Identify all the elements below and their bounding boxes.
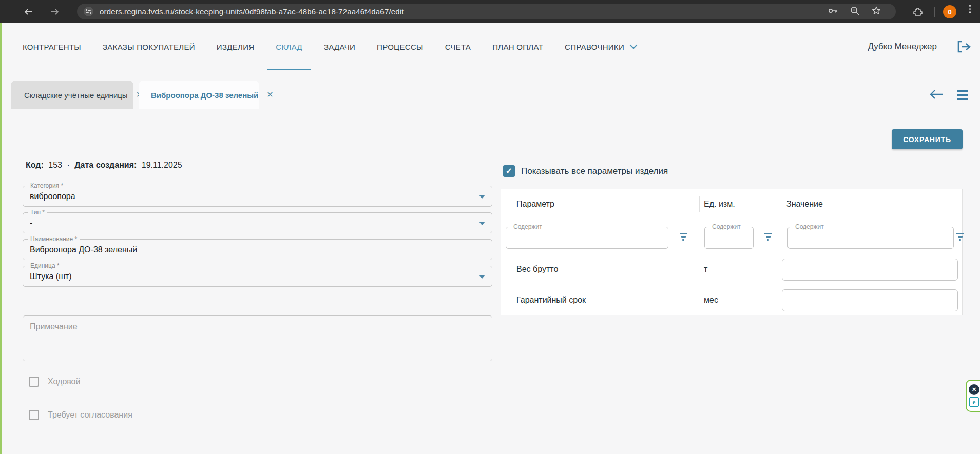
nav-item-plan-oplat[interactable]: ПЛАН ОПЛАТ xyxy=(492,23,543,70)
checkbox-label: Ходовой xyxy=(48,377,80,386)
browser-menu-icon[interactable] xyxy=(969,5,971,13)
browser-forward-button[interactable] xyxy=(47,4,63,19)
unit-select[interactable]: Единица * Штука (шт) xyxy=(23,266,492,287)
extensions-icon[interactable] xyxy=(910,4,926,19)
column-header-value[interactable]: Значение xyxy=(786,189,823,219)
tab-close-icon[interactable]: ✕ xyxy=(266,91,273,99)
filter-label: Содержит xyxy=(511,223,545,230)
zoom-out-icon[interactable] xyxy=(850,6,860,18)
checkbox-trebuet-soglasovaniya[interactable]: Требует согласования xyxy=(29,410,132,420)
checkbox-unchecked-icon[interactable] xyxy=(29,377,39,387)
site-settings-icon[interactable] xyxy=(84,7,93,16)
filter-icon[interactable] xyxy=(956,233,964,241)
user-name: Дубко Менеджер xyxy=(868,42,937,52)
url-text[interactable]: orders.regina.fvds.ru/stock-keeping-unit… xyxy=(100,7,404,16)
checkbox-checked-icon[interactable] xyxy=(503,165,515,177)
param-unit: т xyxy=(704,265,707,274)
main-nav: КОНТРАГЕНТЫ ЗАКАЗЫ ПОКУПАТЕЛЕЙ ИЗДЕЛИЯ С… xyxy=(0,23,980,70)
parameters-table: Параметр Ед. изм. Значение Содержит Соде… xyxy=(501,189,963,315)
nav-item-zakazy[interactable]: ЗАКАЗЫ ПОКУПАТЕЛЕЙ xyxy=(103,23,195,70)
filter-icon[interactable] xyxy=(764,233,772,241)
show-all-params-checkbox[interactable]: Показывать все параметры изделия xyxy=(503,165,668,177)
tab-label: Виброопора ДО-38 зеленый xyxy=(151,91,258,100)
field-value: виброопора xyxy=(30,186,75,206)
filter-label: Содержит xyxy=(709,223,743,230)
hamburger-menu-icon[interactable] xyxy=(957,90,968,100)
nav-item-sklad[interactable]: СКЛАД xyxy=(276,23,302,70)
param-value-input[interactable] xyxy=(782,289,958,311)
column-divider xyxy=(699,196,700,212)
field-value: - xyxy=(30,213,32,233)
filter-input-value[interactable]: Содержит xyxy=(787,227,954,249)
filter-icon[interactable] xyxy=(679,233,687,241)
table-filter-row: Содержит Содержит Содержит xyxy=(501,220,962,254)
param-unit: мес xyxy=(704,295,718,305)
bookmark-star-icon[interactable] xyxy=(871,6,881,18)
tab-sku-list[interactable]: Складские учётные единицы ✕ xyxy=(11,81,133,109)
checkbox-hodovoy[interactable]: Ходовой xyxy=(29,377,80,387)
back-arrow-icon[interactable] xyxy=(930,89,943,102)
param-name: Гарантийный срок xyxy=(516,295,586,305)
table-header-row: Параметр Ед. изм. Значение xyxy=(501,189,962,219)
save-button[interactable]: СОХРАНИТЬ xyxy=(892,129,963,149)
field-value: Виброопора ДО-38 зеленый xyxy=(30,240,137,260)
code-value: 153 xyxy=(48,161,62,169)
dropdown-caret-icon[interactable] xyxy=(479,222,485,225)
checkbox-label: Требует согласования xyxy=(48,410,132,420)
filter-input-param[interactable]: Содержит xyxy=(506,227,668,249)
toolbar-divider xyxy=(934,7,935,17)
param-value-input[interactable] xyxy=(782,259,958,281)
type-select[interactable]: Тип * - xyxy=(23,212,492,233)
column-divider xyxy=(782,196,782,212)
code-label: Код: xyxy=(26,161,44,169)
table-row: Гарантийный срок мес xyxy=(501,284,962,315)
nav-item-izdeliya[interactable]: ИЗДЕЛИЯ xyxy=(217,23,255,70)
nav-item-label: СПРАВОЧНИКИ xyxy=(565,43,624,51)
tab-sku-edit[interactable]: Виброопора ДО-38 зеленый ✕ xyxy=(139,81,259,109)
nav-item-spravochniki[interactable]: СПРАВОЧНИКИ xyxy=(565,23,638,70)
password-key-icon[interactable] xyxy=(827,5,838,18)
security-overlay: ✕ e xyxy=(966,380,980,412)
created-value: 19.11.2025 xyxy=(142,161,182,169)
dropdown-caret-icon[interactable] xyxy=(479,275,485,279)
checkbox-label: Показывать все параметры изделия xyxy=(521,166,668,176)
column-header-unit[interactable]: Ед. изм. xyxy=(704,189,735,219)
note-textarea[interactable] xyxy=(23,315,492,361)
column-header-param[interactable]: Параметр xyxy=(516,189,554,219)
category-select[interactable]: Категория * виброопора xyxy=(23,186,492,207)
overlay-close-icon[interactable]: ✕ xyxy=(969,384,979,395)
filter-input-unit[interactable]: Содержит xyxy=(704,227,754,249)
nav-item-processy[interactable]: ПРОЦЕССЫ xyxy=(377,23,424,70)
browser-toolbar: orders.regina.fvds.ru/stock-keeping-unit… xyxy=(0,0,980,23)
browser-back-button[interactable] xyxy=(21,4,36,19)
filter-label: Содержит xyxy=(793,223,827,230)
eset-logo-icon[interactable]: e xyxy=(969,397,979,407)
left-edge-indicator xyxy=(0,23,2,454)
created-label: Дата создания: xyxy=(74,161,137,169)
tab-label: Складские учётные единицы xyxy=(24,91,128,100)
table-row: Вес брутто т xyxy=(501,254,962,284)
address-bar[interactable]: orders.regina.fvds.ru/stock-keeping-unit… xyxy=(77,4,896,19)
chevron-down-icon xyxy=(629,44,638,49)
name-field[interactable]: Наименование * Виброопора ДО-38 зеленый xyxy=(23,239,492,260)
nav-item-scheta[interactable]: СЧЕТА xyxy=(445,23,471,70)
nav-item-zadachi[interactable]: ЗАДАЧИ xyxy=(324,23,355,70)
meta-separator: · xyxy=(67,161,69,169)
profile-avatar[interactable]: 0 xyxy=(943,5,956,18)
record-meta: Код: 153 · Дата создания: 19.11.2025 xyxy=(26,161,185,170)
logout-icon[interactable] xyxy=(956,40,972,53)
field-value: Штука (шт) xyxy=(30,266,72,286)
param-name: Вес брутто xyxy=(516,265,558,274)
nav-item-kontragenty[interactable]: КОНТРАГЕНТЫ xyxy=(23,23,81,70)
checkbox-unchecked-icon[interactable] xyxy=(29,410,39,420)
dropdown-caret-icon[interactable] xyxy=(479,195,485,199)
